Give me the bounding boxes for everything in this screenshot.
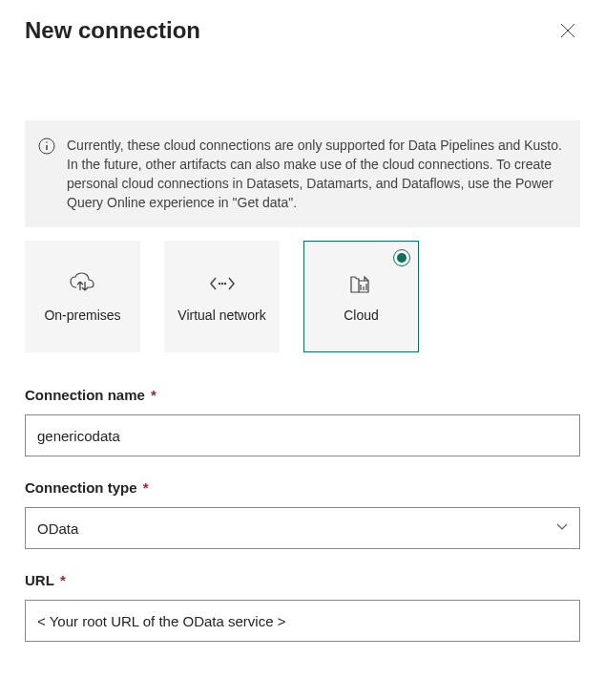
connection-name-label: Connection name * bbox=[25, 387, 580, 403]
cloud-file-icon bbox=[347, 270, 376, 297]
info-icon bbox=[38, 138, 55, 155]
connection-card-vnet[interactable]: Virtual network bbox=[164, 241, 280, 352]
required-indicator: * bbox=[147, 387, 156, 403]
card-label: On-premises bbox=[44, 307, 120, 324]
page-title: New connection bbox=[25, 17, 200, 44]
url-label: URL * bbox=[25, 572, 580, 588]
card-label: Virtual network bbox=[177, 307, 265, 324]
info-text: Currently, these cloud connections are o… bbox=[67, 136, 563, 212]
required-indicator: * bbox=[56, 572, 66, 588]
connection-type-label: Connection type * bbox=[25, 479, 580, 496]
selected-indicator-icon bbox=[393, 249, 410, 266]
svg-point-7 bbox=[223, 282, 225, 284]
connection-location-selector: On-premises Virtual network bbox=[25, 241, 580, 352]
required-indicator: * bbox=[139, 479, 149, 496]
connection-card-onpremises[interactable]: On-premises bbox=[25, 241, 140, 352]
close-button[interactable] bbox=[555, 18, 580, 43]
svg-point-6 bbox=[220, 282, 222, 284]
network-icon bbox=[209, 270, 236, 297]
url-input[interactable] bbox=[25, 600, 580, 642]
info-banner: Currently, these cloud connections are o… bbox=[25, 120, 580, 227]
cloud-sync-icon bbox=[69, 270, 97, 297]
close-icon bbox=[559, 22, 576, 39]
card-label: Cloud bbox=[344, 307, 379, 324]
svg-point-4 bbox=[46, 141, 48, 143]
connection-name-input[interactable] bbox=[25, 414, 580, 456]
connection-type-select[interactable]: OData bbox=[25, 507, 580, 549]
svg-point-5 bbox=[218, 282, 219, 284]
connection-card-cloud[interactable]: Cloud bbox=[303, 241, 419, 352]
